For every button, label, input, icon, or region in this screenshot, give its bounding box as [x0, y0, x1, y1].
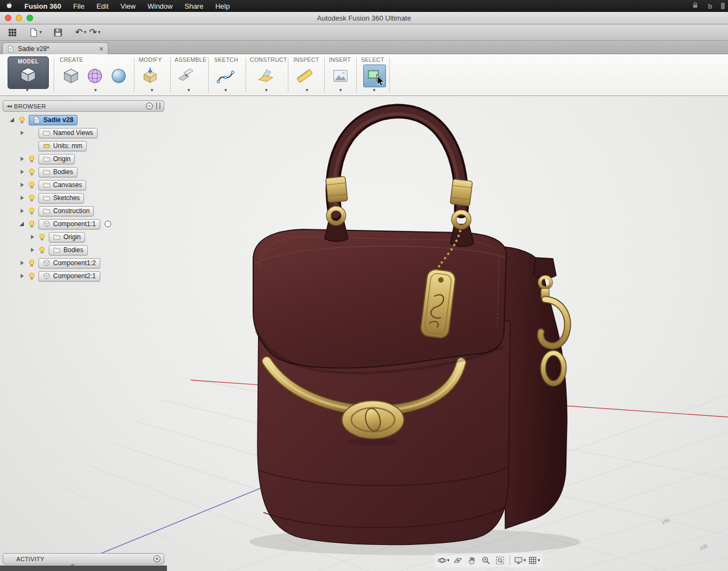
attached-canvas-button[interactable] — [329, 65, 352, 87]
bluetooth-icon[interactable]: b — [708, 2, 712, 10]
handbag-model[interactable] — [253, 111, 568, 545]
visibility-bulb-icon[interactable] — [28, 259, 36, 267]
sketch-dropdown-caret[interactable]: ▾ — [224, 88, 227, 93]
visibility-bulb-icon[interactable] — [38, 233, 46, 241]
expander-closed-icon[interactable] — [19, 169, 25, 175]
expander-closed-icon[interactable] — [29, 247, 36, 253]
model-dropdown-caret[interactable]: ▾ — [26, 88, 29, 93]
create-sphere-button[interactable] — [107, 65, 130, 87]
document-tab-sadie-v28[interactable]: Sadie v28* × — [2, 42, 108, 54]
grid-settings-button[interactable]: ▾ — [527, 554, 540, 567]
activity-expand-icon[interactable]: + — [153, 555, 160, 562]
create-box-button[interactable] — [60, 65, 82, 87]
bag-handle[interactable] — [333, 111, 461, 213]
tree-item-component1-1-bodies[interactable]: Bodies — [3, 243, 165, 256]
tree-item-label: Construction — [53, 207, 89, 215]
close-tab-icon[interactable]: × — [99, 45, 104, 53]
expander-closed-icon[interactable] — [19, 208, 25, 214]
tree-item-bodies[interactable]: Bodies — [3, 165, 165, 178]
visibility-bulb-icon[interactable] — [28, 194, 36, 202]
expander-closed-icon[interactable] — [19, 273, 25, 279]
visibility-bulb-icon[interactable] — [28, 168, 36, 176]
expander-open-icon[interactable] — [9, 117, 16, 123]
zoom-window-button[interactable] — [27, 15, 33, 21]
expander-closed-icon[interactable] — [19, 130, 25, 136]
fit-button[interactable] — [493, 554, 506, 567]
tree-item-component2-1[interactable]: Component2:1 — [3, 270, 165, 283]
create-dropdown-caret[interactable]: ▾ — [94, 88, 97, 93]
visibility-bulb-icon[interactable] — [28, 181, 36, 189]
tree-item-canvases[interactable]: Canvases — [3, 178, 165, 191]
tree-item-component1-1-origin[interactable]: Origin — [3, 230, 165, 243]
sketch-spline-button[interactable] — [214, 65, 237, 87]
expander-closed-icon[interactable] — [19, 260, 25, 266]
undo-button[interactable]: ↶ ▾ — [74, 26, 88, 39]
menu-window[interactable]: Window — [141, 2, 178, 10]
joint-button[interactable] — [175, 65, 197, 87]
ribbon-group-label-create: CREATE — [60, 56, 130, 63]
display-settings-button[interactable]: ▾ — [513, 554, 526, 567]
visibility-bulb-icon[interactable] — [28, 220, 36, 228]
look-at-button[interactable] — [451, 554, 464, 567]
collapse-browser-icon[interactable]: ◀◀ — [7, 104, 11, 108]
close-window-button[interactable] — [5, 15, 11, 21]
visibility-bulb-icon[interactable] — [18, 116, 26, 124]
visibility-bulb-icon[interactable] — [38, 246, 46, 254]
measure-button[interactable] — [293, 65, 316, 87]
press-pull-button[interactable] — [139, 65, 162, 87]
tree-item-component1-1[interactable]: Component1:1 — [3, 217, 165, 230]
window-title-bar[interactable]: Autodesk Fusion 360 Ultimate — [0, 12, 728, 24]
select-dropdown-caret[interactable]: ▾ — [373, 88, 376, 93]
menu-help[interactable]: Help — [209, 2, 236, 10]
tree-item-sketches[interactable]: Sketches — [3, 191, 165, 204]
modify-dropdown-caret[interactable]: ▾ — [151, 88, 153, 93]
orbit-button[interactable]: ▾ — [437, 554, 450, 567]
apple-menu[interactable] — [0, 2, 18, 10]
lock-icon[interactable] — [691, 1, 699, 11]
app-menu-title[interactable]: Fusion 360 — [18, 2, 67, 10]
tree-item-named-views[interactable]: Named Views — [3, 126, 165, 139]
create-form-sphere-button[interactable] — [83, 65, 106, 87]
tree-item-construction[interactable]: Construction — [3, 204, 165, 217]
tree-item-units[interactable]: Units: mm — [3, 139, 165, 152]
menu-file[interactable]: File — [67, 2, 91, 10]
tree-item-component1-2[interactable]: Component1:2 — [3, 256, 165, 270]
zoom-button[interactable] — [479, 554, 492, 567]
visibility-bulb-icon[interactable] — [28, 207, 36, 215]
expander-closed-icon[interactable] — [19, 156, 25, 162]
tree-item-origin[interactable]: Origin — [3, 152, 165, 165]
construction-plane-button[interactable] — [254, 65, 277, 87]
browser-resize-grip[interactable] — [156, 102, 160, 110]
activity-panel-header[interactable]: ACTIVITY + — [3, 553, 164, 564]
menu-edit[interactable]: Edit — [91, 2, 114, 10]
app-grid-button[interactable] — [5, 26, 20, 39]
construct-dropdown-caret[interactable]: ▾ — [265, 88, 268, 93]
menu-view[interactable]: View — [114, 2, 141, 10]
visibility-bulb-icon[interactable] — [28, 272, 36, 280]
assemble-dropdown-caret[interactable]: ▾ — [188, 88, 190, 93]
save-button[interactable] — [51, 26, 65, 39]
expander-closed-icon[interactable] — [19, 182, 25, 188]
file-icon — [29, 28, 38, 37]
ribbon-group-label-insert: INSERT — [329, 56, 352, 63]
workspace-switcher-button[interactable]: MODEL — [8, 56, 49, 89]
select-tool-button[interactable] — [363, 65, 386, 87]
activate-component-radio[interactable] — [105, 221, 111, 227]
pan-button[interactable] — [465, 554, 478, 567]
inspect-dropdown-caret[interactable]: ▾ — [306, 88, 308, 93]
browser-minimize-icon[interactable]: − — [146, 102, 153, 110]
expander-closed-icon[interactable] — [19, 195, 25, 201]
minimize-window-button[interactable] — [16, 15, 22, 21]
browser-panel-header[interactable]: ◀◀ BROWSER − — [3, 100, 164, 112]
menu-extra-partial-icon[interactable] — [721, 3, 725, 9]
activity-panel-title: ACTIVITY — [16, 556, 44, 562]
menu-share[interactable]: Share — [178, 2, 209, 10]
expander-open-icon[interactable] — [19, 221, 25, 227]
pan-hand-icon — [467, 556, 476, 565]
redo-button[interactable]: ↷ ▾ — [88, 26, 102, 39]
visibility-bulb-icon[interactable] — [28, 155, 36, 163]
file-menu-button[interactable]: ▾ — [28, 26, 42, 39]
tree-item-sadie-v28[interactable]: Sadie v28 — [3, 113, 165, 126]
insert-dropdown-caret[interactable]: ▾ — [339, 88, 342, 93]
expander-closed-icon[interactable] — [29, 234, 36, 240]
